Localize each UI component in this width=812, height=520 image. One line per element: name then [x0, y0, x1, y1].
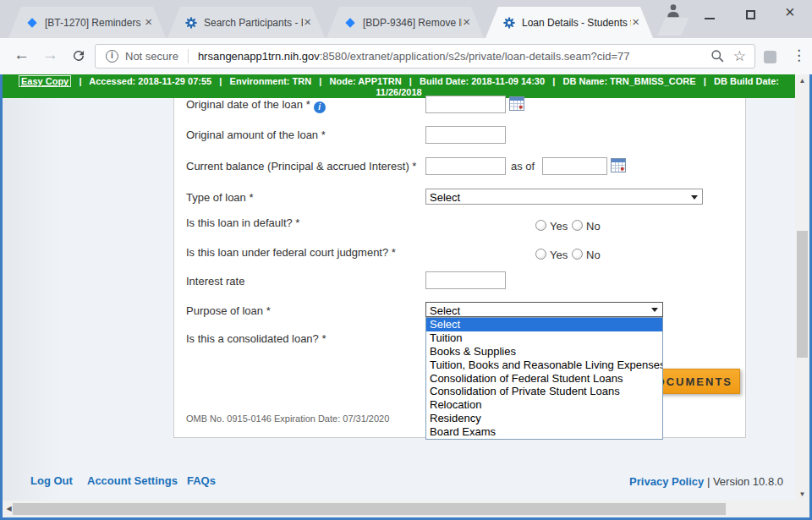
yes-label: Yes: [550, 220, 568, 233]
as-of-label: as of: [511, 160, 535, 172]
consolidated-question-label: Is this a consolidated loan? *: [186, 332, 326, 345]
forward-button[interactable]: →: [42, 46, 58, 64]
judgment-no-radio[interactable]: [572, 249, 583, 260]
bmiss-flower-icon: [184, 16, 198, 30]
info-icon[interactable]: [314, 101, 326, 113]
as-of-date-input[interactable]: [542, 157, 607, 175]
original-amount-input[interactable]: [425, 126, 506, 144]
omnibox-divider: [188, 49, 189, 63]
dropdown-option[interactable]: Select: [426, 318, 662, 331]
tab-close-icon[interactable]: ×: [145, 15, 152, 29]
scrollbar-corner: [795, 501, 809, 517]
minimize-button[interactable]: [705, 18, 715, 19]
calendar-icon[interactable]: [509, 96, 524, 111]
dropdown-option[interactable]: Board Exams: [426, 425, 662, 439]
maximize-button[interactable]: [746, 10, 755, 19]
jira-diamond-icon: [25, 16, 39, 30]
easy-copy-link[interactable]: Easy Copy: [19, 75, 71, 87]
scroll-down-arrow-icon[interactable]: ▼: [795, 488, 809, 501]
type-of-loan-select[interactable]: Select: [425, 189, 703, 205]
no-label: No: [586, 249, 601, 261]
dropdown-option[interactable]: Residency: [426, 412, 662, 425]
tab-title: Loan Details - Students t: [522, 17, 631, 29]
browser-menu-icon[interactable]: ⋮: [792, 47, 806, 64]
window-border-left: [0, 74, 3, 520]
no-label: No: [586, 220, 601, 233]
footer-right: Privacy Policy | Version 10.8.0: [629, 475, 783, 488]
original-date-label: Original date of the loan *: [186, 98, 326, 113]
dropdown-option[interactable]: Tuition, Books and Reasonable Living Exp…: [426, 359, 662, 372]
zoom-icon[interactable]: [710, 49, 725, 63]
reload-button[interactable]: [71, 48, 86, 63]
browser-window: [BT-1270] Reminders for × Search Partici…: [0, 0, 812, 520]
original-amount-label: Original amount of the loan *: [186, 129, 326, 141]
banner-info-text: | Accessed: 2018-11-29 07:55 | Environme…: [71, 76, 782, 86]
page-info-icon[interactable]: [106, 50, 118, 63]
tab-close-icon[interactable]: ×: [632, 15, 639, 29]
tab-loan-details[interactable]: Loan Details - Students t ×: [486, 7, 653, 38]
type-of-loan-label: Type of loan *: [186, 191, 254, 204]
scroll-up-arrow-icon[interactable]: ▲: [795, 74, 809, 87]
window-close-icon[interactable]: ×: [785, 3, 795, 20]
judgment-yes-radio[interactable]: [535, 249, 546, 260]
dropdown-option[interactable]: Relocation: [426, 398, 662, 412]
default-question-label: Is this loan in default? *: [186, 216, 299, 229]
extension-icon[interactable]: [764, 51, 776, 63]
yes-label: Yes: [550, 249, 568, 261]
horizontal-scroll-thumb[interactable]: [13, 503, 726, 515]
privacy-policy-link[interactable]: Privacy Policy: [629, 475, 704, 488]
faqs-link[interactable]: FAQs: [187, 474, 216, 487]
address-bar[interactable]: Not secure hrsangenapp1trn.nih.gov:8580/…: [95, 44, 755, 68]
vertical-scrollbar[interactable]: ▲ ▼: [795, 74, 809, 501]
purpose-of-loan-dropdown-list: Select Tuition Books & Supplies Tuition,…: [425, 317, 663, 440]
dropdown-option[interactable]: Books & Supplies: [426, 345, 662, 359]
omb-note: OMB No. 0915-0146 Expiration Date: 07/31…: [186, 413, 389, 424]
tab-bt-1270[interactable]: [BT-1270] Reminders for ×: [8, 7, 166, 38]
new-tab-button[interactable]: [657, 18, 689, 36]
purpose-of-loan-label: Purpose of loan *: [186, 304, 271, 317]
interest-rate-input[interactable]: [425, 271, 506, 289]
log-out-link[interactable]: Log Out: [30, 474, 73, 487]
back-button[interactable]: ←: [14, 46, 30, 64]
url-host: hrsangenapp1trn.nih.gov: [198, 50, 320, 63]
judgment-question-label: Is this loan under federal court judgmen…: [186, 246, 396, 259]
interest-rate-label: Interest rate: [186, 275, 244, 287]
dropdown-option[interactable]: Consolidation of Federal Student Loans: [426, 372, 662, 386]
account-settings-link[interactable]: Account Settings: [87, 474, 178, 487]
bookmark-star-icon[interactable]: ☆: [733, 49, 746, 63]
tab-title: Search Participants - BMI: [204, 17, 303, 29]
tab-close-icon[interactable]: ×: [463, 15, 470, 29]
dropdown-option[interactable]: Consolidation of Private Student Loans: [426, 385, 662, 398]
tab-close-icon[interactable]: ×: [304, 15, 311, 29]
current-balance-input[interactable]: [425, 157, 506, 175]
version-label: | Version 10.8.0: [707, 475, 783, 488]
original-date-input[interactable]: [425, 96, 506, 113]
horizontal-scrollbar[interactable]: ◀: [3, 501, 795, 517]
purpose-of-loan-select[interactable]: Select: [425, 302, 663, 317]
url-text[interactable]: hrsangenapp1trn.nih.gov:8580/extranet/ap…: [198, 50, 702, 63]
jira-diamond-icon: [343, 16, 357, 30]
default-no-radio[interactable]: [572, 220, 583, 231]
tab-search-participants[interactable]: Search Participants - BMI ×: [167, 7, 325, 38]
security-label[interactable]: Not secure: [125, 50, 178, 63]
chevron-down-icon: [691, 195, 698, 200]
tab-title: [BT-1270] Reminders for: [45, 17, 144, 29]
tab-title: [BDP-9346] Remove link: [363, 17, 462, 29]
default-yes-radio[interactable]: [535, 220, 546, 231]
tab-bdp-9346[interactable]: [BDP-9346] Remove link ×: [326, 7, 484, 38]
vertical-scroll-thumb[interactable]: [797, 231, 808, 358]
banner-db-build-date: 11/26/2018: [376, 87, 421, 97]
profile-icon[interactable]: [665, 2, 682, 19]
calendar-icon[interactable]: [611, 158, 626, 172]
chevron-down-icon: [651, 308, 658, 312]
url-path: :8580/extranet/application/s2s/private/l…: [320, 50, 630, 63]
environment-banner: Easy Copy | Accessed: 2018-11-29 07:55 |…: [3, 74, 795, 98]
current-balance-label: Current balance (Principal & accrued Int…: [186, 160, 416, 172]
dropdown-option[interactable]: Tuition: [426, 331, 662, 345]
bmiss-flower-icon: [502, 16, 516, 30]
